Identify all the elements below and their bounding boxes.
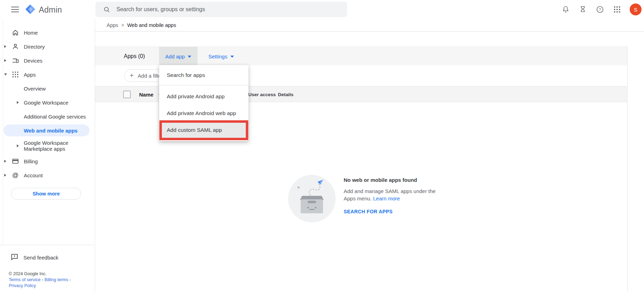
menu-item-search-for-apps[interactable]: Search for apps — [159, 65, 249, 85]
svg-text:?: ? — [599, 7, 601, 12]
sidebar: Home Directory — [0, 19, 95, 292]
sidebar-item-home[interactable]: Home — [0, 26, 95, 40]
sidebar-item-additional-google-services[interactable]: Additional Google services — [0, 109, 95, 123]
chevron-right-icon — [17, 144, 19, 147]
show-more-button[interactable]: Show more — [11, 188, 81, 200]
chevron-right-icon — [4, 160, 6, 163]
breadcrumb-apps[interactable]: Apps — [107, 22, 118, 28]
menu-item-add-custom-saml-app[interactable]: Add custom SAML app — [159, 122, 249, 138]
svg-text:@: @ — [12, 172, 19, 179]
help-icon[interactable]: ? — [595, 5, 604, 14]
billing-card-icon — [11, 157, 20, 165]
column-header-user-access: User access — [248, 86, 276, 102]
settings-label: Settings — [208, 54, 227, 59]
empty-state-title: No web or mobile apps found — [344, 177, 452, 183]
send-feedback-button[interactable]: Send feedback — [10, 252, 94, 263]
sidebar-item-billing[interactable]: Billing — [0, 154, 95, 168]
column-header-name[interactable]: Name ↑ — [139, 86, 160, 102]
google-admin-console: Admin ? — [0, 0, 644, 292]
sidebar-item-label: Devices — [24, 58, 42, 64]
avatar-letter: S — [634, 7, 637, 13]
sidebar-item-label: Overview — [24, 86, 46, 92]
topbar-actions: ? S — [561, 0, 642, 19]
feedback-icon — [10, 253, 19, 262]
breadcrumb-separator: > — [121, 22, 124, 28]
chevron-down-icon — [4, 73, 7, 76]
person-icon — [11, 43, 20, 50]
add-app-label: Add app — [165, 54, 185, 59]
plus-icon: + — [130, 72, 134, 79]
sidebar-item-label: Additional Google services — [24, 114, 86, 120]
chevron-right-icon — [17, 101, 19, 104]
breadcrumb: Apps > Web and mobile apps — [95, 19, 644, 31]
select-all-checkbox[interactable] — [123, 91, 131, 98]
sidebar-item-label: Directory — [24, 44, 45, 50]
show-more-label: Show more — [33, 191, 60, 197]
main-content: Apps > Web and mobile apps Apps (0) Add … — [95, 19, 644, 292]
chevron-right-icon — [4, 174, 6, 177]
menu-item-add-private-android-web-app[interactable]: Add private Android web app — [159, 105, 249, 122]
admin-logo[interactable]: Admin — [24, 3, 62, 16]
menu-item-add-private-android-app[interactable]: Add private Android app — [159, 88, 249, 105]
sidebar-item-label: Google Workspace — [24, 100, 68, 106]
at-sign-icon: @ — [11, 171, 20, 179]
sidebar-item-label: Account — [24, 172, 43, 178]
search-input[interactable] — [116, 6, 326, 13]
settings-button[interactable]: Settings — [206, 47, 236, 66]
copyright-text: © 2024 Google Inc. — [9, 271, 46, 276]
search-bar[interactable] — [95, 2, 347, 17]
sidebar-item-devices[interactable]: Devices — [0, 54, 95, 67]
sidebar-item-label: Google Workspace Marketplace apps — [24, 140, 80, 152]
chevron-right-icon — [4, 59, 6, 62]
sidebar-item-overview[interactable]: Overview — [0, 81, 95, 95]
search-icon — [103, 6, 110, 13]
hamburger-menu-icon[interactable] — [10, 5, 20, 14]
sidebar-footer: Send feedback © 2024 Google Inc. Terms o… — [0, 245, 94, 292]
content-right-border — [627, 47, 628, 292]
home-icon — [11, 29, 20, 36]
add-app-button[interactable]: Add app — [159, 47, 198, 66]
sidebar-item-label: Billing — [24, 158, 38, 164]
dropdown-caret-icon — [230, 56, 234, 58]
empty-state-body: Add and manage SAML apps under the Apps … — [344, 188, 446, 202]
add-app-dropdown-menu: Search for apps Add private Android app … — [159, 65, 249, 141]
empty-state: No web or mobile apps found Add and mana… — [344, 177, 452, 214]
sidebar-item-label: Home — [24, 30, 38, 36]
sidebar-item-directory[interactable]: Directory — [0, 40, 95, 54]
column-header-details: Details — [278, 86, 293, 102]
sidebar-nav: Home Directory — [0, 19, 95, 200]
product-title: Admin — [39, 5, 62, 15]
hourglass-icon[interactable] — [578, 5, 587, 14]
search-for-apps-link[interactable]: SEARCH FOR APPS — [344, 209, 452, 214]
notifications-icon[interactable] — [561, 5, 570, 14]
apps-toolbar: Apps (0) Add app Settings — [95, 47, 627, 65]
sidebar-item-label: Apps — [24, 72, 36, 78]
privacy-policy-link[interactable]: Privacy Policy — [9, 283, 36, 288]
sidebar-item-label: Web and mobile apps — [24, 128, 78, 134]
sidebar-item-gw-marketplace-apps[interactable]: Google Workspace Marketplace apps — [0, 137, 95, 154]
billing-terms-link[interactable]: Billing terms — [44, 277, 68, 282]
dropdown-caret-icon — [188, 56, 191, 58]
empty-state-illustration — [288, 175, 336, 222]
apps-grid-icon[interactable] — [613, 5, 622, 14]
learn-more-link[interactable]: Learn more — [373, 195, 400, 201]
breadcrumb-current: Web and mobile apps — [127, 22, 176, 28]
admin-logo-icon — [24, 3, 36, 16]
sidebar-item-account[interactable]: @ Account — [0, 168, 95, 182]
top-bar: Admin ? — [0, 0, 644, 19]
account-avatar[interactable]: S — [630, 3, 642, 15]
sidebar-item-google-workspace[interactable]: Google Workspace — [0, 95, 95, 109]
chevron-right-icon — [4, 45, 6, 48]
send-feedback-label: Send feedback — [23, 255, 58, 261]
apps-dots-icon — [11, 71, 20, 78]
devices-icon — [11, 57, 20, 64]
sidebar-item-apps[interactable]: Apps — [0, 67, 95, 81]
sidebar-item-web-and-mobile-apps[interactable]: Web and mobile apps — [3, 124, 90, 136]
terms-of-service-link[interactable]: Terms of service — [9, 277, 41, 282]
page-title: Apps (0) — [124, 47, 145, 66]
footer-legal: © 2024 Google Inc. Terms of service - Bi… — [9, 271, 84, 289]
